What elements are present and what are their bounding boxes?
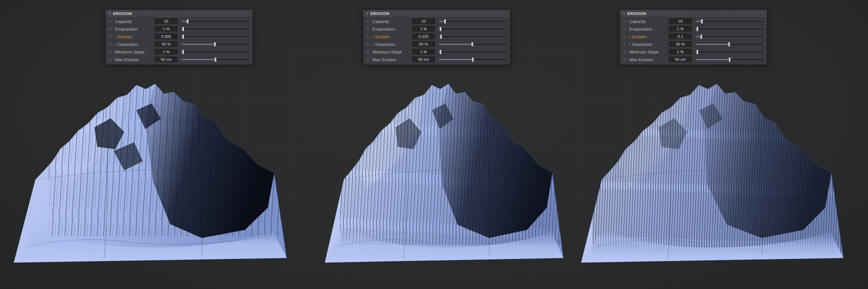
param-value-field[interactable]: 0.1 <box>669 34 692 39</box>
slider-fill <box>696 36 701 37</box>
param-label: ›Erosion <box>629 34 647 39</box>
slider-fill <box>696 21 702 22</box>
param-value-field[interactable]: 1 % <box>154 49 178 55</box>
param-slider[interactable] <box>696 21 764 22</box>
panel-title: EROSION <box>627 11 646 16</box>
collapse-chevron-icon[interactable]: ∨ <box>366 11 368 15</box>
param-slider[interactable] <box>696 29 764 29</box>
param-slider[interactable] <box>439 36 506 37</box>
param-row-evaporation: Evaporation 1 % <box>106 25 253 33</box>
viewport-terrain-3[interactable] <box>576 76 856 270</box>
param-value-field[interactable]: 50 cm <box>669 57 692 62</box>
param-value-field[interactable]: 1 % <box>669 26 692 32</box>
expand-chevron-icon[interactable]: › <box>372 42 374 47</box>
slider-fill <box>696 29 698 29</box>
param-value-field[interactable]: 50 % <box>154 41 178 47</box>
erosion-panel-3: ∨ EROSION Capacity 10 Evaporation 1 % ›E… <box>620 10 767 65</box>
slider-fill <box>182 36 183 37</box>
param-value-field[interactable]: 1 % <box>412 49 435 55</box>
slider-fill <box>439 51 440 52</box>
param-value-field[interactable]: 10 <box>669 19 692 24</box>
param-value-field[interactable]: 1 % <box>412 26 435 32</box>
param-row-deposition: ›Deposition 50 % <box>620 40 767 48</box>
keyframe-dot-icon[interactable] <box>623 51 625 53</box>
collapse-chevron-icon[interactable]: ∨ <box>108 11 111 15</box>
slider-fill <box>696 59 730 60</box>
param-label: Max Erosion <box>629 57 653 62</box>
param-slider[interactable] <box>182 21 249 22</box>
keyframe-dot-icon[interactable] <box>109 21 111 22</box>
keyframe-dot-icon[interactable] <box>623 36 625 38</box>
param-slider[interactable] <box>696 36 764 37</box>
panel-title: EROSION <box>370 11 389 16</box>
param-slider[interactable] <box>439 59 506 60</box>
viewport-background[interactable]: { "page": { "background": "#2a2b2d", "ac… <box>0 0 868 289</box>
param-value-field[interactable]: 0.005 <box>154 34 178 39</box>
param-value-field[interactable]: 50 cm <box>412 57 435 62</box>
keyframe-dot-icon[interactable] <box>367 59 369 61</box>
slider-fill <box>439 29 440 29</box>
param-label-text: Erosion <box>375 34 390 39</box>
param-label: Capacity <box>372 19 389 24</box>
param-slider[interactable] <box>696 44 764 45</box>
param-row-minimum-slope: Minimum Slope 1 % <box>106 48 253 56</box>
keyframe-dot-icon[interactable] <box>109 43 111 45</box>
keyframe-dot-icon[interactable] <box>367 28 369 30</box>
viewport-terrain-2[interactable] <box>320 76 575 270</box>
param-slider[interactable] <box>439 44 506 45</box>
terrain-render-3 <box>576 76 856 270</box>
param-label: Capacity <box>115 19 131 24</box>
param-slider[interactable] <box>182 44 249 45</box>
keyframe-dot-icon[interactable] <box>367 36 369 38</box>
param-slider[interactable] <box>696 51 764 52</box>
param-value-field[interactable]: 50 % <box>412 41 435 47</box>
param-value-field[interactable]: 1 % <box>154 26 178 32</box>
keyframe-dot-icon[interactable] <box>623 21 625 22</box>
param-row-deposition: ›Deposition 50 % <box>363 40 510 48</box>
param-slider[interactable] <box>439 51 506 52</box>
keyframe-dot-icon[interactable] <box>623 28 625 30</box>
expand-chevron-icon[interactable]: › <box>115 42 117 47</box>
keyframe-dot-icon[interactable] <box>109 28 111 30</box>
param-value-field[interactable]: 10 <box>412 19 435 24</box>
keyframe-dot-icon[interactable] <box>109 59 111 61</box>
expand-chevron-icon[interactable]: › <box>115 34 117 39</box>
param-slider[interactable] <box>696 59 764 60</box>
param-slider[interactable] <box>182 36 249 37</box>
expand-chevron-icon[interactable]: › <box>372 34 374 39</box>
panel-header[interactable]: ∨ EROSION <box>620 10 767 17</box>
slider-fill <box>439 21 445 22</box>
param-value-field[interactable]: 0.025 <box>412 34 435 39</box>
param-label: Capacity <box>629 19 646 24</box>
param-value-field[interactable]: 50 % <box>669 41 692 47</box>
param-label: ›Deposition <box>372 42 396 47</box>
param-value-field[interactable]: 50 cm <box>154 57 178 62</box>
expand-chevron-icon[interactable]: › <box>629 42 631 47</box>
param-value-field[interactable]: 1 % <box>669 49 692 55</box>
viewport-terrain-1[interactable] <box>8 76 300 270</box>
param-label: Minimum Slope <box>115 49 144 55</box>
param-label-text: Erosion <box>118 34 132 39</box>
param-slider[interactable] <box>182 29 249 29</box>
param-value-field[interactable]: 10 <box>154 19 178 24</box>
keyframe-dot-icon[interactable] <box>623 43 625 45</box>
panel-header[interactable]: ∨ EROSION <box>106 10 253 17</box>
keyframe-dot-icon[interactable] <box>367 43 369 45</box>
keyframe-dot-icon[interactable] <box>109 36 111 38</box>
keyframe-dot-icon[interactable] <box>623 59 625 61</box>
keyframe-dot-icon[interactable] <box>367 51 369 53</box>
slider-fill <box>182 29 183 29</box>
collapse-chevron-icon[interactable]: ∨ <box>623 11 625 15</box>
keyframe-dot-icon[interactable] <box>367 21 369 22</box>
panel-title: EROSION <box>113 11 132 16</box>
param-slider[interactable] <box>439 29 506 29</box>
expand-chevron-icon[interactable]: › <box>629 34 631 39</box>
param-slider[interactable] <box>182 51 249 52</box>
slider-fill <box>439 44 472 45</box>
param-slider[interactable] <box>182 59 249 60</box>
panel-header[interactable]: ∨ EROSION <box>363 10 510 17</box>
slider-fill <box>696 44 729 45</box>
param-row-capacity: Capacity 10 <box>106 17 253 25</box>
param-slider[interactable] <box>439 21 506 22</box>
keyframe-dot-icon[interactable] <box>109 51 111 53</box>
